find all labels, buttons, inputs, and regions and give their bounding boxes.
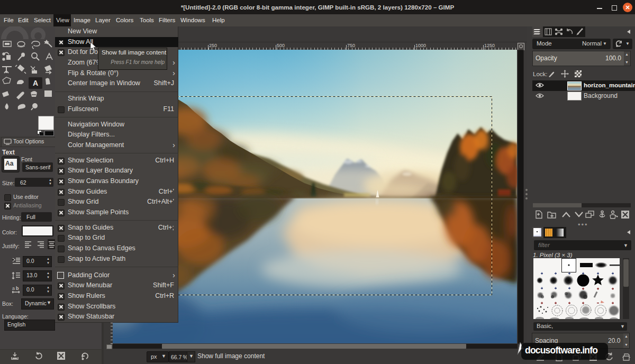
svg-text:a: a bbox=[12, 286, 15, 291]
svg-text:b: b bbox=[16, 286, 19, 291]
